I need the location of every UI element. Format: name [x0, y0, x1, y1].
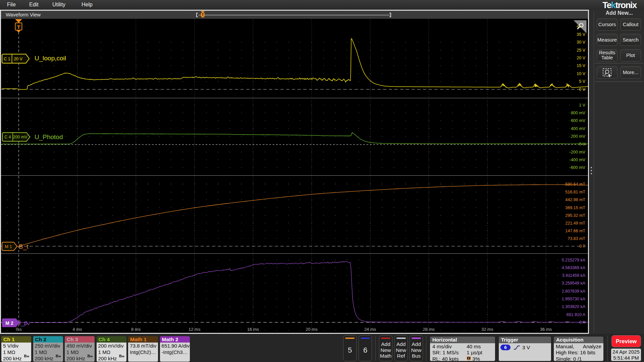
svg-text:4.563369 kA: 4.563369 kA — [562, 265, 586, 270]
svg-text:1 V: 1 V — [579, 103, 585, 108]
svg-text:600 mV: 600 mV — [571, 118, 586, 123]
svg-text:200 mV: 200 mV — [571, 134, 586, 139]
svg-text:M 2: M 2 — [5, 320, 13, 326]
svg-text:8 ms: 8 ms — [131, 327, 141, 332]
svg-text:32 ms: 32 ms — [481, 327, 493, 332]
svg-text:I_p: I_p — [19, 319, 28, 326]
svg-text:0 s: 0 s — [16, 327, 22, 332]
svg-text:36 ms: 36 ms — [540, 327, 552, 332]
svg-text:12 ms: 12 ms — [189, 327, 201, 332]
svg-text:221.49 mT: 221.49 mT — [565, 221, 585, 226]
svg-text:10 V: 10 V — [577, 71, 585, 76]
svg-text:369.15 mT: 369.15 mT — [565, 205, 585, 210]
svg-text:24 ms: 24 ms — [364, 327, 376, 332]
svg-text:C 4: C 4 — [4, 135, 11, 139]
svg-text:1.955730 kA: 1.955730 kA — [562, 297, 586, 301]
svg-text:U_loop,coil: U_loop,coil — [35, 55, 66, 62]
svg-text:590.64 mT: 590.64 mT — [565, 182, 585, 187]
svg-text:5 V: 5 V — [579, 79, 585, 84]
svg-text:516.81 mT: 516.81 mT — [565, 190, 585, 194]
svg-text:T: T — [17, 24, 20, 30]
svg-text:-400 mV: -400 mV — [570, 158, 586, 162]
svg-text:73.83 mT: 73.83 mT — [568, 236, 585, 241]
svg-text:2.607639 kA: 2.607639 kA — [562, 289, 586, 294]
svg-text:0 T: 0 T — [579, 244, 585, 249]
svg-text:0 A: 0 A — [579, 320, 586, 325]
svg-text:30 V: 30 V — [577, 40, 585, 45]
svg-text:651.910 A: 651.910 A — [567, 312, 586, 317]
svg-text:3.911459 kA: 3.911459 kA — [562, 273, 586, 278]
svg-text:442.98 mT: 442.98 mT — [565, 197, 585, 202]
svg-text:4 ms: 4 ms — [72, 327, 82, 332]
svg-text:25 V: 25 V — [577, 48, 585, 53]
svg-text:200 mV: 200 mV — [13, 135, 28, 139]
svg-text:5.215279 kA: 5.215279 kA — [562, 258, 586, 262]
svg-text:0 V: 0 V — [579, 87, 585, 92]
svg-text:400 mV: 400 mV — [571, 126, 586, 131]
svg-text:20 V: 20 V — [577, 56, 585, 60]
svg-text:1.303820 kA: 1.303820 kA — [562, 304, 586, 309]
svg-text:3.259549 kA: 3.259549 kA — [562, 281, 586, 286]
svg-text:35 V: 35 V — [577, 32, 585, 37]
svg-text:295.32 mT: 295.32 mT — [565, 213, 585, 218]
svg-text:B_t: B_t — [19, 243, 29, 250]
svg-text:20 ms: 20 ms — [306, 327, 318, 332]
svg-text:16 ms: 16 ms — [247, 327, 259, 332]
svg-text:20 V: 20 V — [14, 57, 22, 61]
svg-text:147.66 mT: 147.66 mT — [565, 229, 585, 233]
svg-text:800 mV: 800 mV — [571, 111, 586, 115]
svg-text:-200 mV: -200 mV — [570, 150, 586, 155]
svg-text:0 V: 0 V — [579, 142, 585, 146]
svg-text:28 ms: 28 ms — [423, 327, 435, 332]
svg-text:15 V: 15 V — [577, 63, 585, 68]
svg-text:U_Photod: U_Photod — [35, 133, 63, 141]
svg-text:M 1: M 1 — [5, 244, 12, 249]
svg-text:C 1: C 1 — [4, 57, 10, 61]
svg-text:-600 mV: -600 mV — [570, 165, 586, 170]
svg-text:T: T — [468, 357, 470, 360]
svg-text:T: T — [202, 13, 204, 17]
